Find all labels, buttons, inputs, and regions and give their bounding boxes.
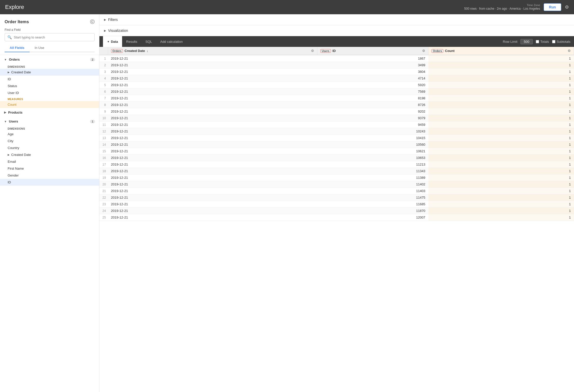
row-number: 4	[99, 75, 108, 82]
field-label: City	[8, 139, 13, 143]
row-number: 3	[99, 69, 108, 75]
data-table-container: Orders Created Date ↓ ⚙ Users ID ⚙ Order…	[99, 47, 574, 392]
col-gear-icon[interactable]: ⚙	[311, 49, 314, 53]
cell-date: 2019-12-21	[108, 208, 317, 214]
cell-count: 1	[428, 194, 574, 201]
field-users-id[interactable]: ID	[0, 179, 99, 186]
cell-date: 2019-12-21	[108, 135, 317, 141]
field-users-first-name[interactable]: First Name	[0, 165, 99, 172]
field-orders-count[interactable]: Count	[0, 101, 99, 108]
cell-user-id: 8726	[317, 102, 428, 108]
field-users-created-date[interactable]: ▶ Created Date	[0, 151, 99, 158]
field-orders-id[interactable]: ID	[0, 76, 99, 83]
search-icon: 🔍	[7, 35, 12, 39]
field-users-gender[interactable]: Gender	[0, 172, 99, 179]
cell-date: 2019-12-21	[108, 55, 317, 62]
cell-count: 1	[428, 115, 574, 121]
products-arrow-icon: ▶	[4, 111, 6, 114]
field-users-email[interactable]: Email	[0, 158, 99, 165]
col-orders-created-date[interactable]: Orders Created Date ↓ ⚙	[108, 47, 317, 55]
field-users-age[interactable]: Age	[0, 131, 99, 138]
group-orders[interactable]: ▼ Orders 2	[0, 55, 99, 64]
table-row: 12 2019-12-21 10243 1	[99, 128, 574, 135]
cell-count: 1	[428, 161, 574, 168]
field-users-city[interactable]: City	[0, 138, 99, 144]
col-orders-count[interactable]: Orders Count ⚙	[428, 47, 574, 55]
row-number: 8	[99, 102, 108, 108]
col-users-id[interactable]: Users ID ⚙	[317, 47, 428, 55]
settings-icon[interactable]: ⚙	[565, 4, 569, 10]
cell-count: 1	[428, 181, 574, 188]
subtotals-label: Subtotals	[557, 40, 570, 44]
cell-count: 1	[428, 214, 574, 221]
cell-user-id: 11475	[317, 194, 428, 201]
cell-user-id: 11402	[317, 181, 428, 188]
toolbar-right: Row Limit Totals Subtotals	[503, 39, 574, 44]
users-arrow-icon: ▼	[4, 120, 7, 123]
tab-all-fields[interactable]: All Fields	[5, 44, 30, 52]
top-nav-right: Time Zone 500 rows · from cache · 2m ago…	[464, 3, 569, 11]
field-orders-status[interactable]: Status	[0, 83, 99, 89]
table-row: 20 2019-12-21 11402 1	[99, 181, 574, 188]
cell-count: 1	[428, 188, 574, 194]
filters-header[interactable]: ▶ Filters	[99, 14, 574, 25]
top-nav: Explore Time Zone 500 rows · from cache …	[0, 0, 574, 14]
collapse-icon[interactable]: ⓒ	[90, 19, 95, 25]
sidebar-title-row: Order Items ⓒ	[5, 19, 95, 25]
cell-date: 2019-12-21	[108, 128, 317, 135]
field-label: Age	[8, 132, 14, 136]
cell-count: 1	[428, 88, 574, 95]
search-input[interactable]	[14, 35, 92, 39]
row-number: 2	[99, 62, 108, 69]
cell-user-id: 10560	[317, 141, 428, 148]
group-products[interactable]: ▶ Products	[0, 108, 99, 117]
cell-count: 1	[428, 174, 574, 181]
tab-results[interactable]: Results	[122, 36, 141, 47]
field-orders-created-date[interactable]: ▶ Created Date	[0, 69, 99, 76]
row-number: 23	[99, 201, 108, 208]
cell-count: 1	[428, 75, 574, 82]
group-products-label: Products	[8, 111, 22, 114]
field-orders-user-id[interactable]: User ID	[0, 89, 99, 96]
field-users-country[interactable]: Country	[0, 144, 99, 151]
table-row: 4 2019-12-21 4714 1	[99, 75, 574, 82]
row-number: 17	[99, 161, 108, 168]
cell-date: 2019-12-21	[108, 148, 317, 155]
visualization-header[interactable]: ▶ Visualization	[99, 25, 574, 36]
col-row-num	[99, 47, 108, 55]
table-row: 17 2019-12-21 11213 1	[99, 161, 574, 168]
row-number: 7	[99, 95, 108, 102]
tab-sql[interactable]: SQL	[141, 36, 156, 47]
field-label: Created Date	[11, 153, 31, 157]
col-gear-icon[interactable]: ⚙	[568, 49, 571, 53]
group-users[interactable]: ▼ Users 1	[0, 117, 99, 126]
cell-date: 2019-12-21	[108, 62, 317, 69]
row-limit-label: Row Limit	[503, 40, 517, 44]
row-number: 15	[99, 148, 108, 155]
col-gear-icon[interactable]: ⚙	[422, 49, 425, 53]
run-button[interactable]: Run	[544, 3, 561, 11]
table-row: 9 2019-12-21 9202 1	[99, 108, 574, 115]
group-users-left: ▼ Users	[4, 119, 18, 123]
subtotals-checkbox[interactable]	[552, 40, 555, 43]
visualization-label: Visualization	[108, 29, 128, 33]
cell-user-id: 10243	[317, 128, 428, 135]
totals-checkbox[interactable]	[536, 40, 539, 43]
cell-date: 2019-12-21	[108, 75, 317, 82]
field-list: ▼ Orders 2 DIMENSIONS ▶ Created Date ID …	[0, 55, 99, 392]
orders-measures-label: MEASURES	[0, 96, 99, 101]
tab-add-calculation[interactable]: Add calculation	[156, 36, 187, 47]
tab-data[interactable]: ▼ Data	[103, 36, 122, 47]
table-row: 21 2019-12-21 11403 1	[99, 188, 574, 194]
field-label: User ID	[8, 91, 19, 95]
cell-count: 1	[428, 55, 574, 62]
row-limit-input[interactable]	[520, 39, 533, 44]
cell-date: 2019-12-21	[108, 95, 317, 102]
table-row: 22 2019-12-21 11475 1	[99, 194, 574, 201]
row-number: 18	[99, 168, 108, 174]
users-dimensions-label: DIMENSIONS	[0, 126, 99, 131]
filters-arrow-icon: ▶	[104, 18, 106, 21]
tab-in-use[interactable]: In Use	[30, 44, 49, 52]
field-label: Count	[8, 103, 17, 106]
cell-count: 1	[428, 108, 574, 115]
